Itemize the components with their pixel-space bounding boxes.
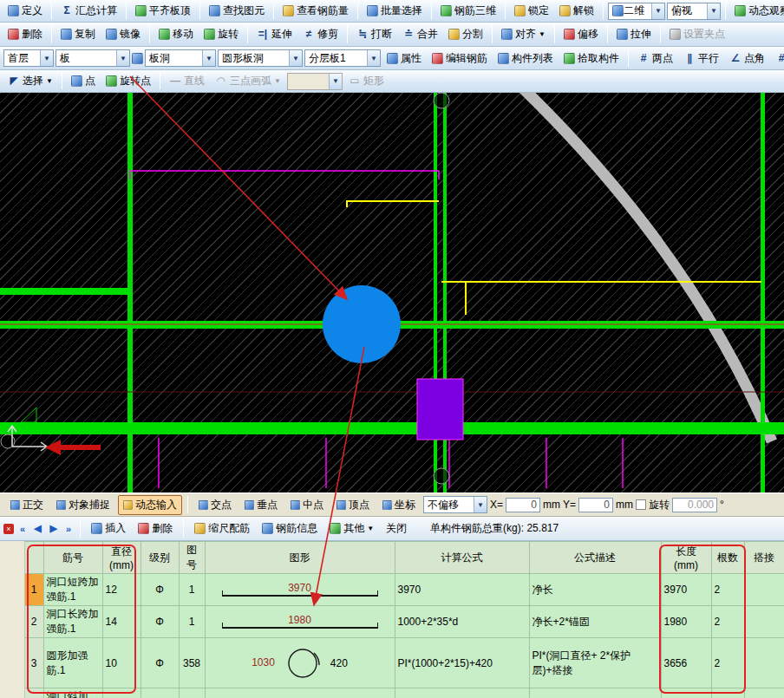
- chevron-down-icon[interactable]: ▼: [707, 3, 720, 19]
- level-cell[interactable]: Φ: [140, 638, 179, 688]
- parallel-axis-button[interactable]: ∥平行: [679, 49, 723, 68]
- two-point-axis-button[interactable]: #两点: [633, 49, 677, 68]
- component-list-button[interactable]: 构件列表: [493, 49, 558, 68]
- offset-button[interactable]: 偏移: [559, 25, 603, 43]
- lock-button[interactable]: 锁定: [510, 2, 553, 20]
- break-button[interactable]: ≒打断: [352, 25, 396, 43]
- rebar-name-cell[interactable]: 洞口斜加筋.1: [43, 688, 102, 698]
- slab-hole-combo[interactable]: 板洞▼: [145, 49, 216, 67]
- row-number-cell[interactable]: 1: [24, 574, 43, 606]
- trim-button[interactable]: ≠修剪: [298, 25, 343, 43]
- rebar-info-button[interactable]: 钢筋信息: [258, 519, 322, 538]
- merge-button[interactable]: ≐合并: [398, 25, 442, 43]
- col-header-length[interactable]: 长度(mm): [661, 542, 711, 574]
- lap-cell[interactable]: [744, 574, 784, 606]
- formula-cell[interactable]: 2*35*d: [395, 688, 529, 698]
- align-slab-top-button[interactable]: 平齐板顶: [131, 2, 195, 20]
- view-rebar-qty-button[interactable]: 查看钢筋量: [278, 2, 353, 20]
- chevron-down-icon[interactable]: ▼: [367, 50, 380, 66]
- stretch-button[interactable]: 拉伸: [612, 25, 656, 43]
- dynamic-input-toggle[interactable]: 动态输入: [118, 495, 182, 515]
- level-cell[interactable]: Φ: [140, 688, 179, 698]
- rebar-name-cell[interactable]: 洞口长跨加强筋.1: [43, 606, 102, 638]
- move-button[interactable]: 移动: [154, 25, 198, 43]
- table-row[interactable]: 1 洞口短跨加强筋.1 12 Φ 1 3970 3970 净长 3970 2: [0, 574, 784, 606]
- ortho-toggle[interactable]: 正交: [5, 495, 49, 515]
- y-coord-input[interactable]: [578, 498, 613, 512]
- midpoint-snap-toggle[interactable]: 中点: [285, 495, 329, 515]
- chevron-down-icon[interactable]: ▼: [651, 3, 664, 19]
- rebar-name-cell[interactable]: 洞口短跨加强筋.1: [43, 574, 102, 606]
- align-button[interactable]: 对齐▼: [497, 25, 550, 43]
- col-header-name[interactable]: 筋号: [43, 542, 102, 574]
- point-angle-axis-button[interactable]: ∠点角: [725, 49, 769, 68]
- shape-cell[interactable]: 1030 420: [205, 638, 395, 688]
- figure-no-cell[interactable]: 1: [179, 574, 205, 606]
- length-cell[interactable]: 3970: [661, 574, 711, 606]
- formula-cell[interactable]: PI*(1000+2*15)+420: [395, 638, 529, 688]
- figure-no-cell[interactable]: 358: [179, 638, 205, 688]
- diameter-cell[interactable]: 14: [102, 606, 140, 638]
- formula-cell[interactable]: 1000+2*35*d: [395, 606, 529, 638]
- three-point-aux-axis-button[interactable]: #三点辅轴▼: [771, 49, 784, 68]
- element-type-combo[interactable]: 板▼: [56, 49, 130, 67]
- intersection-snap-toggle[interactable]: 交点: [193, 495, 237, 515]
- level-cell[interactable]: Φ: [140, 606, 179, 638]
- rotate-point-tool-button[interactable]: 旋转点: [101, 72, 155, 90]
- delete-button[interactable]: 删除: [3, 25, 47, 43]
- summary-calc-button[interactable]: Σ汇总计算: [56, 2, 121, 20]
- shape-cell[interactable]: 1980: [205, 606, 395, 638]
- select-tool-button[interactable]: ◤选择▼: [3, 72, 57, 90]
- count-cell[interactable]: 2: [711, 606, 744, 638]
- chevron-down-icon[interactable]: ▼: [202, 50, 215, 66]
- row-number-cell[interactable]: 3: [24, 638, 43, 688]
- chevron-down-icon[interactable]: ▼: [116, 50, 129, 66]
- pick-component-button[interactable]: 拾取构件: [559, 49, 624, 68]
- hole-name-combo[interactable]: 圆形板洞▼: [218, 49, 303, 67]
- formula-desc-cell[interactable]: 净长+2*锚固: [529, 606, 661, 638]
- find-element-button[interactable]: 查找图元: [205, 2, 269, 20]
- insert-row-button[interactable]: 插入: [87, 519, 130, 538]
- shape-cell[interactable]: 980: [205, 688, 395, 698]
- col-header-formula[interactable]: 计算公式: [395, 542, 529, 574]
- count-cell[interactable]: 2: [711, 574, 744, 606]
- properties-button[interactable]: 属性: [382, 49, 426, 68]
- first-record-button[interactable]: «: [17, 523, 28, 535]
- mirror-button[interactable]: 镜像: [101, 25, 145, 43]
- col-header-level[interactable]: 级别: [140, 542, 179, 574]
- next-record-button[interactable]: ▶: [48, 522, 60, 535]
- view-direction-combo[interactable]: 俯视▼: [667, 3, 721, 20]
- formula-cell[interactable]: 3970: [395, 574, 529, 606]
- column-element[interactable]: [417, 379, 463, 440]
- length-cell[interactable]: 3656: [661, 638, 711, 688]
- diameter-cell[interactable]: 12: [102, 574, 140, 606]
- level-cell[interactable]: Φ: [140, 574, 179, 606]
- rebar-name-cell[interactable]: 圆形加强筋.1: [43, 638, 102, 688]
- row-number-cell[interactable]: 4: [24, 688, 43, 698]
- unlock-button[interactable]: 解锁: [555, 2, 598, 20]
- scaled-rebar-button[interactable]: 缩尺配筋: [190, 519, 254, 538]
- col-header-formula-desc[interactable]: 公式描述: [529, 542, 661, 574]
- batch-select-button[interactable]: 批量选择: [363, 2, 427, 20]
- edit-rebar-button[interactable]: 编辑钢筋: [428, 49, 492, 68]
- circular-slab-hole[interactable]: [323, 285, 401, 363]
- col-header-count[interactable]: 根数: [711, 542, 744, 574]
- view-mode-combo[interactable]: 二维▼: [608, 3, 665, 20]
- coordinate-toggle[interactable]: 坐标: [377, 495, 421, 515]
- prev-record-button[interactable]: ◀: [31, 522, 43, 535]
- formula-desc-cell[interactable]: 净长: [529, 574, 661, 606]
- copy-button[interactable]: 复制: [56, 25, 100, 43]
- chevron-down-icon[interactable]: ▼: [40, 50, 53, 66]
- close-panel-icon[interactable]: ×: [3, 524, 14, 534]
- rebar-3d-button[interactable]: 钢筋三维: [436, 2, 500, 20]
- col-header-figure-no[interactable]: 图号: [179, 542, 205, 574]
- figure-no-cell[interactable]: 1: [179, 688, 205, 698]
- lap-cell[interactable]: [744, 688, 784, 698]
- count-cell[interactable]: 2: [711, 638, 744, 688]
- row-number-cell[interactable]: 2: [24, 606, 43, 638]
- split-button[interactable]: 分割: [444, 25, 487, 43]
- define-button[interactable]: 定义: [3, 2, 47, 20]
- length-cell[interactable]: 980: [661, 688, 711, 698]
- col-header-shape[interactable]: 图形: [205, 542, 395, 574]
- count-cell[interactable]: 8: [711, 688, 744, 698]
